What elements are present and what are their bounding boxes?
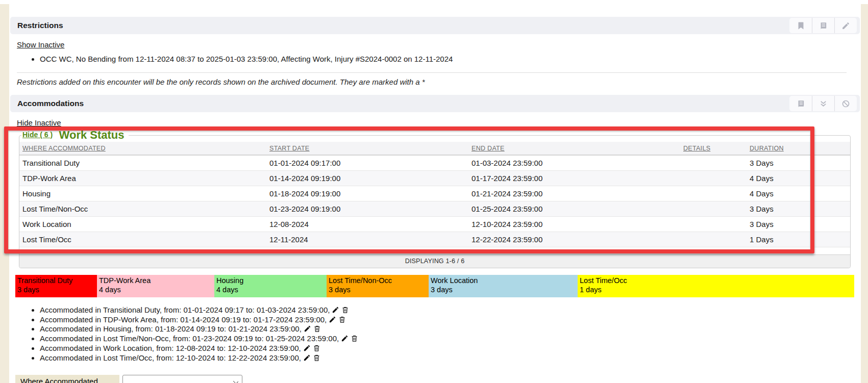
edit-pencil-icon[interactable]	[303, 344, 311, 352]
entry-text: Accommodated in TDP-Work Area, from: 01-…	[40, 315, 327, 324]
accommodations-header-bar: Accommodations	[10, 95, 860, 112]
trash-icon[interactable]	[341, 306, 349, 314]
cell-end: 01-17-2024 23:59:00	[468, 171, 680, 186]
table-row: Work Location 12-08-2024 12-10-2024 23:5…	[19, 217, 850, 232]
book-icon[interactable]	[812, 18, 834, 33]
cell-where: Transitional Duty	[19, 155, 266, 171]
edit-pencil-icon[interactable]	[332, 306, 339, 314]
cell-details	[680, 217, 747, 232]
cell-details	[680, 186, 747, 201]
list-item: Accommodated in Housing, from: 01-18-202…	[40, 324, 861, 334]
trash-icon[interactable]	[313, 325, 321, 333]
cell-where: Lost Time/Occ	[19, 232, 266, 247]
timeline-segment: Lost Time/Non-Occ 3 days	[327, 275, 429, 297]
col-header-end-date[interactable]: END DATE	[468, 142, 680, 155]
list-item: Accommodated in Transitional Duty, from:…	[40, 305, 861, 315]
list-item: Accommodated in Lost Time/Occ, from: 12-…	[40, 353, 861, 363]
table-row: TDP-Work Area 01-14-2024 09:19:00 01-17-…	[19, 171, 850, 186]
book-icon[interactable]	[789, 96, 812, 111]
ban-icon[interactable]	[834, 96, 857, 111]
cell-duration: 3 Days	[747, 201, 850, 217]
table-row: Housing 01-18-2024 09:19:00 01-21-2024 2…	[19, 186, 850, 201]
work-status-table: WHERE ACCOMMODATED START DATE END DATE D…	[19, 142, 850, 247]
edit-pencil-icon[interactable]	[304, 325, 311, 333]
edit-pencil-icon[interactable]	[303, 354, 311, 362]
edit-pencil-icon[interactable]	[341, 335, 349, 342]
list-item: Accommodated in Work Location, from: 12-…	[40, 344, 861, 353]
entry-text: Accommodated in Housing, from: 01-18-202…	[40, 324, 302, 333]
col-header-duration[interactable]: DURATION	[747, 142, 850, 155]
where-accommodated-select[interactable]	[122, 375, 242, 383]
table-row: Lost Time/Occ 12-11-2024 12-22-2024 23:5…	[19, 232, 850, 247]
cell-end: 12-22-2024 23:59:00	[468, 232, 680, 247]
content-panel: Restrictions Show Inactive OCC WC, No Be…	[9, 4, 861, 383]
accommodations-toolbar	[789, 96, 857, 111]
trash-icon[interactable]	[313, 344, 320, 352]
cell-start: 01-18-2024 09:19:00	[266, 186, 468, 201]
trash-icon[interactable]	[351, 335, 358, 342]
cell-end: 01-21-2024 23:59:00	[468, 186, 680, 201]
timeline-segment: Transitional Duty 3 days	[15, 275, 97, 297]
add-accommodation-form: Where Accommodated	[15, 375, 861, 383]
restrictions-header-bar: Restrictions	[10, 17, 860, 34]
entry-text: Accommodated in Lost Time/Non-Occ, from:…	[40, 334, 339, 343]
entry-text: Accommodated in Transitional Duty, from:…	[40, 305, 330, 314]
cell-start: 12-11-2024	[266, 232, 468, 247]
cell-duration: 3 Days	[747, 155, 850, 171]
cell-start: 01-23-2024 09:19:00	[266, 201, 468, 217]
col-header-details[interactable]: DETAILS	[680, 142, 747, 155]
timeline-segment: Work Location 3 days	[429, 275, 578, 297]
trash-icon[interactable]	[313, 354, 320, 362]
list-item: Accommodated in Lost Time/Non-Occ, from:…	[40, 334, 861, 344]
cell-details	[680, 171, 747, 186]
cell-details	[680, 232, 747, 247]
collapse-chevrons-icon[interactable]	[812, 96, 834, 111]
restriction-item: OCC WC, No Bending from 12-11-2024 08:37…	[40, 55, 861, 64]
divider-line	[17, 72, 847, 73]
show-inactive-link[interactable]: Show Inactive	[17, 40, 64, 49]
cell-details	[680, 155, 747, 171]
cell-start: 01-01-2024 09:17:00	[266, 155, 468, 171]
chevron-down-icon	[233, 379, 238, 383]
cell-start: 01-14-2024 09:19:00	[266, 171, 468, 186]
entry-text: Accommodated in Lost Time/Occ, from: 12-…	[40, 353, 301, 362]
timeline-segment: Housing 4 days	[214, 275, 327, 297]
cell-start: 12-08-2024	[266, 217, 468, 232]
cell-end: 01-03-2024 23:59:00	[468, 155, 680, 171]
cell-details	[680, 201, 747, 217]
bookmark-icon[interactable]	[789, 18, 812, 33]
col-header-start-date[interactable]: START DATE	[266, 142, 468, 155]
hide-count-link[interactable]: Hide ( 6 )	[22, 131, 53, 139]
cell-duration: 4 Days	[747, 171, 850, 186]
table-row: Transitional Duty 01-01-2024 09:17:00 01…	[19, 155, 850, 171]
timeline-segment: Lost Time/Occ 1 days	[578, 275, 854, 297]
col-header-where-accommodated[interactable]: WHERE ACCOMMODATED	[19, 142, 266, 155]
cell-end: 01-25-2024 23:59:00	[468, 201, 680, 217]
cell-duration: 3 Days	[747, 217, 850, 232]
cell-end: 12-10-2024 23:59:00	[468, 217, 680, 232]
cell-where: Lost Time/Non-Occ	[19, 201, 266, 217]
restriction-list: OCC WC, No Bending from 12-11-2024 08:37…	[9, 55, 861, 64]
restrictions-title: Restrictions	[17, 21, 63, 30]
accommodation-entry-list: Accommodated in Transitional Duty, from:…	[9, 305, 861, 363]
accommodations-title: Accommodations	[17, 99, 84, 108]
where-accommodated-label: Where Accommodated	[15, 375, 119, 383]
table-row: Lost Time/Non-Occ 01-23-2024 09:19:00 01…	[19, 201, 850, 217]
pencil-icon[interactable]	[834, 18, 857, 33]
paging-status: DISPLAYING 1-6 / 6	[19, 254, 850, 268]
accommodation-timeline: Transitional Duty 3 days TDP-Work Area 4…	[15, 275, 861, 297]
cell-duration: 1 Days	[747, 232, 850, 247]
cell-duration: 4 Days	[747, 186, 850, 201]
restrictions-toolbar	[789, 18, 857, 33]
list-item: Accommodated in TDP-Work Area, from: 01-…	[40, 315, 861, 325]
work-status-title: Work Status	[59, 129, 125, 141]
work-status-section: Hide ( 6 ) Work Status WHERE ACCOMMODATE…	[19, 129, 851, 268]
edit-pencil-icon[interactable]	[329, 316, 336, 323]
entry-text: Accommodated in Work Location, from: 12-…	[40, 344, 301, 352]
page-top-strip	[0, 0, 868, 4]
cell-where: Work Location	[19, 217, 266, 232]
hide-inactive-link[interactable]: Hide Inactive	[17, 118, 61, 127]
restrictions-note: Restrictions added on this encounter wil…	[17, 78, 861, 86]
work-status-legend: Hide ( 6 ) Work Status	[21, 129, 129, 142]
trash-icon[interactable]	[338, 316, 346, 323]
